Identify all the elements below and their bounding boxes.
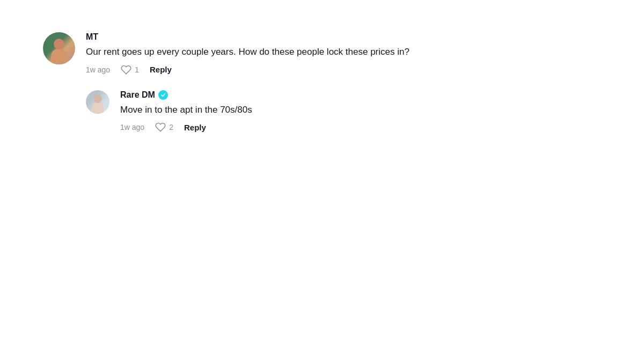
- avatar: [43, 32, 75, 64]
- like-section[interactable]: 2: [155, 122, 173, 133]
- comment-meta: 1w ago 1 Reply: [86, 64, 526, 75]
- like-count: 2: [169, 123, 173, 131]
- comment-body: Rare DM Move in to the apt in the 70s/80…: [120, 90, 526, 133]
- reply-button[interactable]: Reply: [150, 65, 172, 74]
- comment-meta: 1w ago 2 Reply: [120, 122, 526, 133]
- heart-icon: [121, 64, 131, 75]
- comment-time: 1w ago: [86, 65, 110, 74]
- comment-time: 1w ago: [120, 123, 144, 131]
- comment-rare-dm: Rare DM Move in to the apt in the 70s/80…: [86, 90, 526, 133]
- comments-container: MT Our rent goes up every couple years. …: [43, 32, 526, 133]
- comment-username: MT: [86, 32, 526, 42]
- comment-text: Move in to the apt in the 70s/80s: [120, 103, 526, 117]
- avatar: [86, 90, 109, 114]
- like-count: 1: [135, 65, 139, 74]
- comment-username: Rare DM: [120, 90, 526, 100]
- like-section[interactable]: 1: [121, 64, 139, 75]
- comment-body: MT Our rent goes up every couple years. …: [86, 32, 526, 75]
- comment-text: Our rent goes up every couple years. How…: [86, 45, 526, 59]
- verified-badge: [158, 90, 168, 100]
- comment-mt: MT Our rent goes up every couple years. …: [43, 32, 526, 75]
- reply-button[interactable]: Reply: [184, 123, 206, 132]
- heart-icon: [155, 122, 166, 133]
